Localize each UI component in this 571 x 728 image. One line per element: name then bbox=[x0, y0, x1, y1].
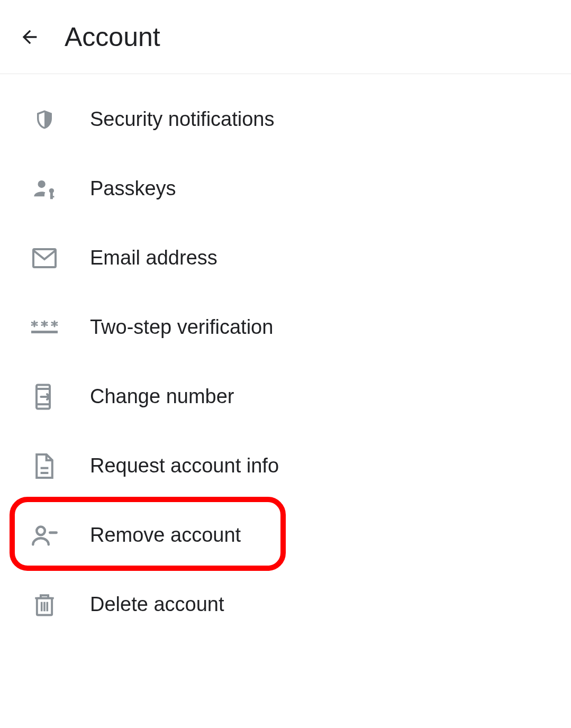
password-icon bbox=[30, 319, 59, 336]
item-label: Delete account bbox=[90, 593, 224, 616]
item-label: Remove account bbox=[90, 524, 241, 547]
shield-icon bbox=[30, 107, 59, 132]
svg-point-0 bbox=[38, 180, 46, 187]
item-label: Request account info bbox=[90, 454, 279, 477]
svg-point-11 bbox=[37, 526, 45, 535]
item-label: Email address bbox=[90, 247, 217, 269]
header: Account bbox=[0, 0, 571, 74]
settings-list: Security notifications Passkeys Email ad… bbox=[0, 74, 571, 639]
item-label: Security notifications bbox=[90, 108, 275, 131]
item-remove-account[interactable]: Remove account bbox=[0, 501, 571, 570]
item-label: Two-step verification bbox=[90, 316, 273, 339]
item-security-notifications[interactable]: Security notifications bbox=[0, 85, 571, 154]
person-key-icon bbox=[30, 177, 59, 201]
trash-icon bbox=[30, 593, 59, 617]
svg-rect-5 bbox=[31, 331, 58, 333]
svg-rect-3 bbox=[50, 196, 55, 197]
item-change-number[interactable]: Change number bbox=[0, 362, 571, 431]
item-two-step-verification[interactable]: Two-step verification bbox=[0, 293, 571, 362]
item-label: Passkeys bbox=[90, 177, 176, 200]
mail-icon bbox=[30, 248, 59, 269]
back-button[interactable] bbox=[18, 25, 41, 49]
phone-arrow-icon bbox=[30, 383, 59, 411]
arrow-left-icon bbox=[19, 26, 40, 48]
document-icon bbox=[30, 453, 59, 479]
item-delete-account[interactable]: Delete account bbox=[0, 570, 571, 639]
page-title: Account bbox=[65, 22, 160, 52]
item-email-address[interactable]: Email address bbox=[0, 223, 571, 293]
svg-rect-2 bbox=[50, 192, 53, 199]
item-label: Change number bbox=[90, 385, 234, 408]
item-passkeys[interactable]: Passkeys bbox=[0, 154, 571, 223]
item-request-account-info[interactable]: Request account info bbox=[0, 431, 571, 501]
person-minus-icon bbox=[30, 524, 59, 547]
